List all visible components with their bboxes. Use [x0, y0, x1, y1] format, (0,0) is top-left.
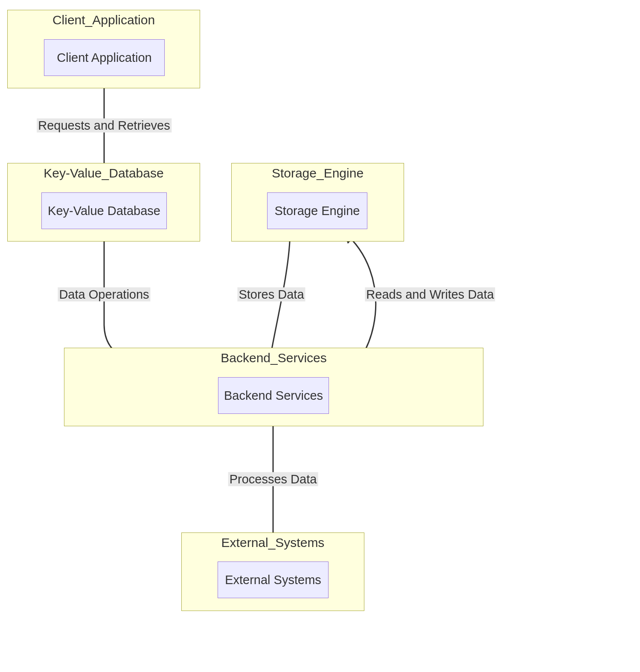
- edge-label-reads-and-writes-data: Reads and Writes Data: [365, 288, 495, 302]
- node-backend-services: Backend Services: [218, 377, 329, 414]
- node-label: Key-Value Database: [48, 204, 160, 218]
- cluster-title-backend-services: Backend_Services: [64, 351, 483, 365]
- node-label: Backend Services: [224, 389, 323, 403]
- cluster-title-key-value-database: Key-Value_Database: [8, 166, 200, 180]
- node-storage-engine: Storage Engine: [267, 192, 367, 229]
- node-key-value-database: Key-Value Database: [41, 192, 167, 229]
- cluster-title-client-application: Client_Application: [8, 13, 200, 27]
- edge-label-data-operations: Data Operations: [58, 288, 150, 302]
- cluster-title-storage-engine: Storage_Engine: [232, 166, 404, 180]
- cluster-title-external-systems: External_Systems: [182, 535, 364, 550]
- node-client-application: Client Application: [44, 39, 165, 76]
- edge-label-processes-data: Processes Data: [228, 472, 318, 486]
- node-external-systems: External Systems: [218, 561, 329, 598]
- node-label: Client Application: [57, 51, 151, 65]
- node-label: External Systems: [225, 573, 321, 587]
- edge-label-requests-and-retrieves: Requests and Retrieves: [37, 119, 172, 133]
- node-label: Storage Engine: [275, 204, 360, 218]
- diagram-canvas: Client_Application Client Application Ke…: [0, 0, 640, 672]
- edge-label-stores-data: Stores Data: [237, 288, 305, 302]
